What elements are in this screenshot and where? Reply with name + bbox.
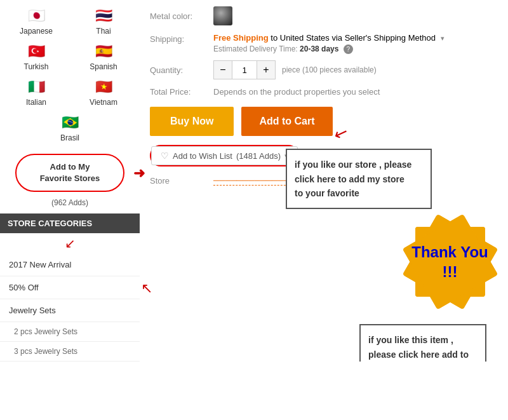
lang-label-italian: Italian bbox=[26, 98, 46, 107]
quantity-row: Quantity: − + piece (100 pieces availabl… bbox=[150, 60, 498, 79]
flag-brasil: 🇧🇷 bbox=[54, 112, 86, 133]
wish-list-adds: (1481 Adds) bbox=[236, 151, 281, 161]
store-annotation-text: if you like our store , pleaseclick here… bbox=[295, 159, 411, 198]
lang-thai[interactable]: 🇹🇭 Thai bbox=[72, 5, 135, 36]
heart-icon: ♡ bbox=[161, 151, 169, 161]
shipping-text: Free Shipping to United States via Selle… bbox=[213, 33, 498, 43]
quantity-available-text: piece (100 pieces available) bbox=[282, 65, 377, 74]
quantity-input[interactable] bbox=[232, 61, 257, 79]
lang-label-vietnam: Vietnam bbox=[90, 98, 117, 107]
wish-list-border: ♡ Add to Wish List (1481 Adds) ▾ bbox=[150, 145, 299, 166]
store-label: Store bbox=[150, 176, 213, 186]
lang-label-turkish: Turkish bbox=[24, 62, 49, 71]
help-icon[interactable]: ? bbox=[344, 44, 353, 54]
store-annotation-box: if you like our store , pleaseclick here… bbox=[286, 149, 432, 209]
shipping-info: Free Shipping to United States via Selle… bbox=[213, 33, 498, 54]
lang-brasil[interactable]: 🇧🇷 Brasil bbox=[54, 112, 86, 142]
metal-color-label: Metal color: bbox=[150, 11, 213, 21]
shipping-row: Shipping: Free Shipping to United States… bbox=[150, 33, 498, 54]
store-link[interactable]: ────────────── bbox=[213, 175, 295, 186]
lang-label-japanese: Japanese bbox=[20, 27, 53, 36]
category-50-off[interactable]: 50% Off bbox=[0, 276, 140, 299]
flag-italian: 🇮🇹 bbox=[20, 76, 52, 98]
total-price-value: Depends on the product properties you se… bbox=[213, 87, 380, 97]
flag-spanish: 🇪🇸 bbox=[88, 41, 119, 62]
wish-annotation-text: if you like this item , please click her… bbox=[368, 335, 469, 362]
delivery-time-row: Estimated Delivery Time: 20-38 days ? bbox=[213, 44, 498, 54]
quantity-decrease-button[interactable]: − bbox=[214, 61, 232, 79]
quantity-label: Quantity: bbox=[150, 65, 213, 75]
starburst: Thank You !!! bbox=[401, 212, 499, 311]
lang-turkish[interactable]: 🇹🇷 Turkish bbox=[5, 41, 67, 71]
lang-vietnam[interactable]: 🇻🇳 Vietnam bbox=[72, 76, 135, 107]
thank-you-line1: Thank You bbox=[411, 242, 488, 262]
language-grid: 🇯🇵 Japanese 🇹🇭 Thai 🇹🇷 Turkish 🇪🇸 Spanis… bbox=[0, 0, 140, 147]
metal-color-row: Metal color: bbox=[150, 6, 498, 25]
flag-japanese: 🇯🇵 bbox=[20, 5, 52, 27]
lang-italian[interactable]: 🇮🇹 Italian bbox=[5, 76, 67, 107]
wish-annotation-box: if you like this item , please click her… bbox=[359, 324, 486, 362]
flag-thai: 🇹🇭 bbox=[88, 5, 119, 27]
thank-you-text: Thank You !!! bbox=[411, 242, 488, 281]
lang-label-spanish: Spanish bbox=[90, 62, 117, 71]
buy-now-button[interactable]: Buy Now bbox=[150, 107, 234, 136]
free-shipping-text: Free Shipping bbox=[213, 33, 269, 43]
store-categories-header: STORE CATEGORIES bbox=[0, 213, 140, 233]
lang-spanish[interactable]: 🇪🇸 Spanish bbox=[72, 41, 135, 71]
category-2pcs-jewelry-sets[interactable]: 2 pcs Jewelry Sets bbox=[0, 322, 140, 342]
thank-you-starburst-container: Thank You !!! bbox=[401, 212, 499, 311]
add-to-wishlist-button[interactable]: ♡ Add to Wish List (1481 Adds) ▾ bbox=[151, 146, 298, 165]
thank-you-line2: !!! bbox=[411, 262, 488, 281]
lang-label-thai: Thai bbox=[96, 27, 110, 36]
total-price-row: Total Price: Depends on the product prop… bbox=[150, 87, 498, 97]
categories-arrow-icon: ↙ bbox=[0, 233, 140, 254]
favorite-adds-count: (962 Adds) bbox=[8, 198, 132, 207]
add-favorite-label: Add to MyFavorite Stores bbox=[25, 161, 114, 184]
category-jewelry-sets[interactable]: Jewelry Sets bbox=[0, 299, 140, 322]
shipping-dropdown-icon[interactable]: ▾ bbox=[441, 34, 444, 42]
lang-label-brasil: Brasil bbox=[60, 133, 79, 142]
quantity-control: − + bbox=[213, 60, 276, 79]
shipping-to-text: to United States via Seller's Shipping M… bbox=[271, 33, 436, 43]
delivery-time-value: 20-38 days bbox=[300, 44, 338, 53]
flag-vietnam: 🇻🇳 bbox=[88, 76, 119, 98]
sidebar: 🇯🇵 Japanese 🇹🇭 Thai 🇹🇷 Turkish 🇪🇸 Spanis… bbox=[0, 0, 140, 362]
flag-turkish: 🇹🇷 bbox=[20, 41, 52, 62]
add-favorite-button[interactable]: Add to MyFavorite Stores bbox=[15, 154, 124, 192]
quantity-increase-button[interactable]: + bbox=[257, 61, 275, 79]
category-2017-new-arrival[interactable]: 2017 New Arrival bbox=[0, 254, 140, 276]
delivery-label: Estimated Delivery Time: bbox=[213, 44, 298, 53]
add-to-cart-button[interactable]: Add to Cart bbox=[241, 107, 332, 136]
total-price-label: Total Price: bbox=[150, 87, 213, 97]
action-buttons: Buy Now Add to Cart bbox=[150, 107, 498, 136]
category-3pcs-jewelry-sets[interactable]: 3 pcs Jewelry Sets bbox=[0, 342, 140, 362]
shipping-label: Shipping: bbox=[150, 33, 213, 44]
main-container: 🇯🇵 Japanese 🇹🇭 Thai 🇹🇷 Turkish 🇪🇸 Spanis… bbox=[0, 0, 508, 362]
product-detail-panel: Metal color: Shipping: Free Shipping to … bbox=[140, 0, 508, 362]
metal-color-swatch[interactable] bbox=[213, 6, 232, 25]
wish-list-label: Add to Wish List bbox=[173, 151, 232, 161]
lang-japanese[interactable]: 🇯🇵 Japanese bbox=[5, 5, 67, 36]
store-arrow-icon: ↖ bbox=[141, 280, 152, 297]
